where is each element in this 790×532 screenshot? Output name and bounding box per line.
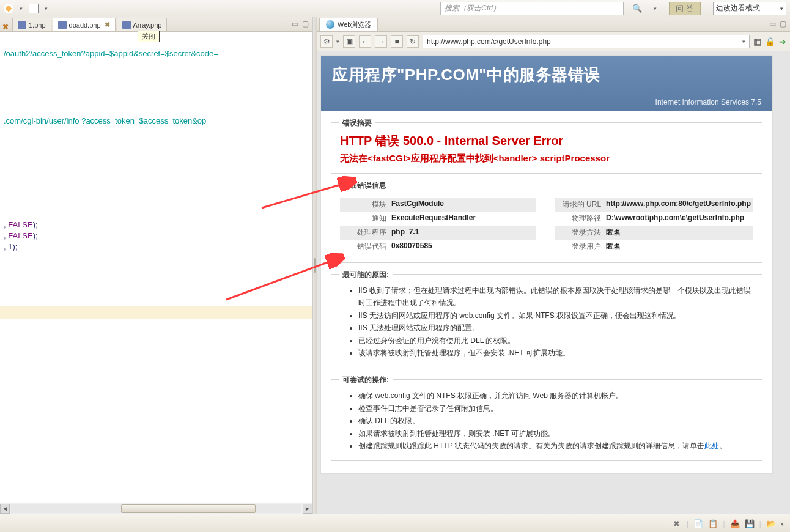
code-line: , 1); [4, 242, 17, 251]
tab-doadd[interactable]: doadd.php ✖ [53, 18, 116, 31]
chevron-down-icon: ▾ [742, 39, 745, 45]
close-icon[interactable]: ✖ [105, 21, 110, 29]
list-item: IIS 收到了请求；但在处理请求过程中出现内部错误。此错误的根本原因取决于处理该… [358, 284, 753, 309]
scroll-right-icon[interactable]: ► [303, 504, 312, 514]
open-icon[interactable]: 📂 [766, 519, 776, 529]
php-file-icon [122, 21, 131, 29]
detail-row: 登录用户匿名 [555, 240, 753, 254]
scrollbar-track[interactable] [11, 504, 301, 513]
list-item: 确保 web.config 文件的 NTFS 权限正确，并允许访问 Web 服务… [358, 390, 753, 402]
horizontal-scrollbar[interactable]: ◄ ► [0, 503, 312, 514]
iis-subtitle: Internet Information Services 7.5 [332, 98, 761, 106]
search-input[interactable]: 搜索（双击Ctrl） [440, 2, 624, 15]
code-line: /oauth2/access_token?appid=$appid&secret… [4, 49, 218, 58]
stop-icon[interactable]: ■ [391, 35, 403, 48]
go-icon[interactable]: ➔ [779, 37, 786, 46]
view-mode-dropdown[interactable]: 边改边看模式 ▾ [713, 2, 786, 15]
cause-section: 最可能的原因: IIS 收到了请求；但在处理请求过程中出现内部错误。此错误的根本… [331, 274, 762, 368]
list-item: 确认 DLL 的权限。 [358, 415, 753, 427]
gear-icon[interactable]: ⚙ [320, 35, 333, 48]
forward-icon[interactable]: → [375, 35, 387, 48]
globe-icon [326, 20, 334, 29]
list-item: 已经过身份验证的用户没有使用此 DLL 的权限。 [358, 334, 753, 347]
detail-row: 请求的 URLhttp://www.php.com:80/c/getUserIn… [555, 198, 753, 212]
dropdown-arrow-icon[interactable]: ▾ [20, 6, 23, 12]
search-placeholder: 搜索（双击Ctrl） [445, 3, 500, 13]
tab-label: Array.php [133, 21, 162, 29]
editor-tabs: ✖ 1.php doadd.php ✖ Array.php ▭ ▢ 关闭 [0, 17, 312, 32]
tab-1php[interactable]: 1.php [12, 18, 51, 31]
minimize-icon[interactable]: ▭ [292, 20, 298, 28]
minimize-icon[interactable]: ▭ [769, 20, 776, 28]
section-legend: 详细错误信息 [339, 180, 390, 191]
prev-tab-icon[interactable]: ✖ [2, 23, 9, 31]
qr-icon[interactable]: ▦ [753, 37, 761, 46]
back-icon[interactable]: ← [359, 35, 371, 48]
search-icon[interactable]: 🔍 [632, 4, 642, 13]
copy-icon[interactable]: 📋 [708, 519, 718, 529]
debug-icon[interactable] [4, 4, 13, 13]
detail-row: 物理路径D:\wwwroot\php.com\c\getUserInfo.php [555, 212, 753, 226]
tab-label: Web浏览器 [338, 20, 371, 29]
url-input[interactable]: http://www.php.com/c/getUserInfo.php ▾ [423, 35, 750, 48]
code-line: , FALSE); [4, 220, 38, 229]
mode-label: 边改边看模式 [716, 3, 760, 13]
php-file-icon [18, 21, 26, 29]
dropdown-arrow-icon[interactable]: ▾ [45, 6, 48, 12]
close-tooltip: 关闭 [138, 31, 160, 42]
php-file-icon [58, 21, 67, 29]
code-line: .com/cgi-bin/user/info ?access_token=$ac… [4, 116, 206, 125]
stop-icon[interactable]: ▣ [343, 35, 355, 48]
list-item: 该请求将被映射到托管处理程序，但不会安装 .NET 可扩展功能。 [358, 347, 753, 359]
export-icon[interactable]: 📤 [730, 519, 740, 529]
detail-row: 处理程序php_7.1 [340, 226, 536, 240]
code-editor[interactable]: /oauth2/access_token?appid=$appid&secret… [0, 32, 312, 503]
list-item: 检查事件日志中是否记录了任何附加信息。 [358, 402, 753, 415]
chevron-down-icon: ▾ [780, 6, 783, 12]
iis-error-page: 应用程序"PHP.COM"中的服务器错误 Internet Informatio… [320, 55, 773, 474]
code-line: , FALSE); [4, 231, 38, 240]
tab-label: doadd.php [69, 21, 101, 29]
url-text: http://www.php.com/c/getUserInfo.php [427, 37, 551, 46]
restore-icon[interactable]: ▢ [780, 20, 786, 28]
browser-tabs: Web浏览器 ▭ ▢ [317, 17, 790, 32]
save-icon[interactable]: 💾 [745, 519, 755, 529]
tab-array[interactable]: Array.php [117, 18, 168, 31]
new-window-icon[interactable] [29, 4, 39, 13]
chevron-down-icon[interactable]: ▾ [781, 521, 784, 527]
dropdown-icon[interactable]: ▾ [336, 39, 339, 45]
here-link[interactable]: 此处 [704, 441, 719, 450]
page-title: 应用程序"PHP.COM"中的服务器错误 [332, 64, 761, 86]
list-item: 创建跟踪规则以跟踪此 HTTP 状态代码的失败的请求。有关为失败的请求创建跟踪规… [358, 440, 753, 452]
scrollbar-thumb[interactable] [121, 504, 256, 513]
lock-icon[interactable]: 🔒 [765, 37, 775, 46]
tab-label: 1.php [29, 21, 46, 29]
browser-toolbar: ⚙ ▾ ▣ ← → ■ ↻ http://www.php.com/c/getUs… [317, 32, 790, 51]
refresh-icon[interactable]: ↻ [407, 35, 419, 48]
try-section: 可尝试的操作: 确保 web.config 文件的 NTFS 权限正确，并允许访… [331, 379, 762, 461]
list-item: IIS 无法访问网站或应用程序的 web.config 文件。如果 NTFS 权… [358, 309, 753, 322]
section-legend: 错误摘要 [339, 118, 375, 128]
detail-info-section: 详细错误信息 模块FastCgiModule通知ExecuteRequestHa… [331, 185, 762, 263]
detail-row: 通知ExecuteRequestHandler [340, 212, 536, 226]
iis-header: 应用程序"PHP.COM"中的服务器错误 Internet Informatio… [321, 56, 772, 111]
error-summary-section: 错误摘要 HTTP 错误 500.0 - Internal Server Err… [331, 122, 762, 174]
detail-row: 模块FastCgiModule [340, 198, 536, 212]
qa-button[interactable]: 问 答 [669, 2, 701, 15]
restore-icon[interactable]: ▢ [302, 20, 309, 28]
close-icon[interactable]: ✖ [672, 519, 682, 529]
error-subtitle: 无法在<fastCGI>应用程序配置中找到<handler> scriptPro… [340, 153, 753, 164]
doc-icon[interactable]: 📄 [693, 519, 703, 529]
list-item: IIS 无法处理网站或应用程序的配置。 [358, 322, 753, 334]
error-title: HTTP 错误 500.0 - Internal Server Error [340, 133, 753, 149]
editor-pane: ✖ 1.php doadd.php ✖ Array.php ▭ ▢ 关闭 /o [0, 17, 313, 514]
search-dropdown-icon[interactable]: ▾ [651, 6, 657, 12]
scroll-left-icon[interactable]: ◄ [0, 504, 10, 514]
top-toolbar: ▾ ▾ 搜索（双击Ctrl） 🔍 ▾ 问 答 边改边看模式 ▾ [0, 0, 790, 17]
tab-web-browser[interactable]: Web浏览器 [319, 18, 378, 31]
list-item: 如果请求被映射到托管处理程序，则安装 .NET 可扩展功能。 [358, 427, 753, 440]
section-legend: 可尝试的操作: [339, 375, 393, 385]
browser-content[interactable]: 应用程序"PHP.COM"中的服务器错误 Internet Informatio… [317, 51, 790, 514]
section-legend: 最可能的原因: [339, 270, 393, 280]
detail-row: 登录方法匿名 [555, 226, 753, 240]
